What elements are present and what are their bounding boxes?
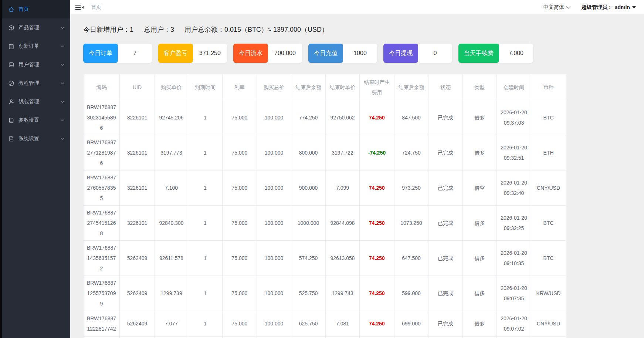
cell-buy-price: 7.075 <box>155 337 188 338</box>
column-header-currency: 币种 <box>531 74 566 100</box>
cell-rate: 75.000 <box>223 276 257 311</box>
cell-end-price: 92613.058 <box>326 241 360 276</box>
cell-status: 已完成 <box>428 337 463 338</box>
cell-buy-price: 92840.300 <box>155 206 188 241</box>
cell-end-price: 7.099 <box>326 170 360 206</box>
home-icon <box>8 6 14 13</box>
cell-end-price: 7.081 <box>326 311 360 337</box>
cell-end-balance: 1073.250 <box>394 206 428 241</box>
cell-end-balance: 699.000 <box>394 337 428 338</box>
card-value: 371.250 <box>193 44 227 63</box>
app-root: 首页产品管理创新订单用户管理教程管理钱包管理参数设置系统设置 首页 中文简体 超… <box>0 0 644 338</box>
cell-created-at: 2026-01-20 09:10:35 <box>497 241 531 276</box>
cell-currency: BTC <box>531 241 566 276</box>
sidebar-item-label: 用户管理 <box>18 61 39 68</box>
card-label: 今日充值 <box>308 44 343 63</box>
order-icon <box>8 43 14 50</box>
cell-end-price: 7.071 <box>326 337 360 338</box>
sidebar-item-label: 参数设置 <box>18 117 39 124</box>
cell-uid: 3226101 <box>120 170 155 206</box>
chevron-down-icon <box>61 45 64 48</box>
cell-end-fee: -74.250 <box>360 337 394 338</box>
dashboard-content: 今日新增用户：1 总用户：3 用户总余额：0.015（BTC）≈ 1397.00… <box>70 15 644 338</box>
cell-buy-price: 7.100 <box>155 170 188 206</box>
cell-end-fee: 74.250 <box>360 276 394 311</box>
cell-uid: 3226101 <box>120 135 155 170</box>
cell-end-price: 92750.062 <box>326 100 360 135</box>
params-icon <box>8 117 14 124</box>
topbar: 首页 中文简体 超级管理员：admin <box>70 0 644 15</box>
cell-end-balance: 847.500 <box>394 100 428 135</box>
cell-expire-time: 1 <box>188 206 223 241</box>
cell-rate: 75.000 <box>223 311 257 337</box>
sidebar-item-user-management[interactable]: 用户管理 <box>0 55 70 74</box>
cell-balance-after-end: 574.250 <box>291 241 326 276</box>
cell-created-at: 2026-01-20 09:32:40 <box>497 170 531 206</box>
column-header-end-fee: 结束时产生费用 <box>360 74 394 100</box>
cell-expire-time: 1 <box>188 135 223 170</box>
cell-currency: CNY/USD <box>531 170 566 206</box>
cell-balance-after-end: 900.000 <box>291 170 326 206</box>
cell-buy-total: 100.000 <box>257 311 291 337</box>
cell-currency: CNY/USD <box>531 337 566 338</box>
main-column: 首页 中文简体 超级管理员：admin 今日新增用户：1 总用户：3 用户总余额… <box>70 0 644 338</box>
breadcrumb[interactable]: 首页 <box>91 4 101 11</box>
sidebar-item-home[interactable]: 首页 <box>0 0 70 18</box>
cell-type: 借多 <box>463 311 497 337</box>
cell-buy-price: 92611.578 <box>155 241 188 276</box>
cell-end-fee: 74.250 <box>360 241 394 276</box>
tutorial-icon <box>8 80 14 87</box>
card-label: 客户盈亏 <box>158 44 193 63</box>
card-value: 1000 <box>343 44 377 63</box>
cell-end-balance: 599.000 <box>394 276 428 311</box>
stat-total-balance: 用户总余额：0.015（BTC）≈ 1397.000（USD） <box>184 25 328 34</box>
card-today-fee: 当天手续费7.000 <box>458 44 533 63</box>
summary-cards: 今日订单7客户盈亏371.250今日流水700.000今日充值1000今日提现0… <box>83 44 631 63</box>
admin-role-label: 超级管理员： <box>582 4 613 11</box>
cell-balance-after-end: 774.250 <box>291 100 326 135</box>
wallet-icon <box>8 99 14 105</box>
cell-expire-time: 1 <box>188 311 223 337</box>
cell-rate: 75.000 <box>223 170 257 206</box>
cell-type: 借多 <box>463 100 497 135</box>
cell-status: 已完成 <box>428 170 463 206</box>
sidebar-item-parameter-settings[interactable]: 参数设置 <box>0 111 70 129</box>
cell-type: 借多 <box>463 337 497 338</box>
cell-type: 借空 <box>463 170 497 206</box>
topbar-right: 中文简体 超级管理员：admin <box>543 4 636 11</box>
cell-buy-price: 92745.206 <box>155 100 188 135</box>
column-header-buy-total: 购买总价 <box>257 74 291 100</box>
cell-buy-total: 100.000 <box>257 276 291 311</box>
cell-code: BRW17688337958886258 <box>84 337 120 338</box>
sidebar-collapse-icon[interactable] <box>75 4 84 10</box>
sidebar-item-wallet-management[interactable]: 钱包管理 <box>0 92 70 111</box>
language-selector[interactable]: 中文简体 <box>543 4 570 11</box>
table-row: BRW1768871255753709952624091299.739175.0… <box>84 276 566 311</box>
cell-status: 已完成 <box>428 135 463 170</box>
stats-line: 今日新增用户：1 总用户：3 用户总余额：0.015（BTC）≈ 1397.00… <box>83 25 631 34</box>
card-value: 7 <box>118 44 152 63</box>
cell-status: 已完成 <box>428 241 463 276</box>
sidebar-item-innovation-orders[interactable]: 创新订单 <box>0 37 70 55</box>
sidebar-item-tutorial-management[interactable]: 教程管理 <box>0 74 70 92</box>
sidebar-item-system-settings[interactable]: 系统设置 <box>0 129 70 148</box>
cell-end-fee: 74.250 <box>360 206 394 241</box>
card-customer-pnl: 客户盈亏371.250 <box>158 44 227 63</box>
cell-currency: KRW/USD <box>531 276 566 311</box>
table-row: BRW17688714356351572526240992611.578175.… <box>84 241 566 276</box>
screen-edge-strip <box>0 0 2 338</box>
admin-menu[interactable]: 超级管理员：admin <box>582 4 636 11</box>
cell-end-balance: 647.500 <box>394 241 428 276</box>
cell-buy-total: 100.000 <box>257 337 291 338</box>
sidebar-item-product-management[interactable]: 产品管理 <box>0 18 70 37</box>
card-today-recharge: 今日充值1000 <box>308 44 377 63</box>
sidebar-item-label: 系统设置 <box>18 135 39 142</box>
cell-expire-time: 1 <box>188 100 223 135</box>
cell-end-fee: -74.250 <box>360 135 394 170</box>
cell-uid: 3226101 <box>120 100 155 135</box>
cell-end-price: 92844.098 <box>326 206 360 241</box>
cell-created-at: 2026-01-20 09:07:35 <box>497 276 531 311</box>
cell-currency: ETH <box>531 135 566 170</box>
sidebar-item-label: 钱包管理 <box>18 98 39 105</box>
cell-buy-total: 100.000 <box>257 170 291 206</box>
